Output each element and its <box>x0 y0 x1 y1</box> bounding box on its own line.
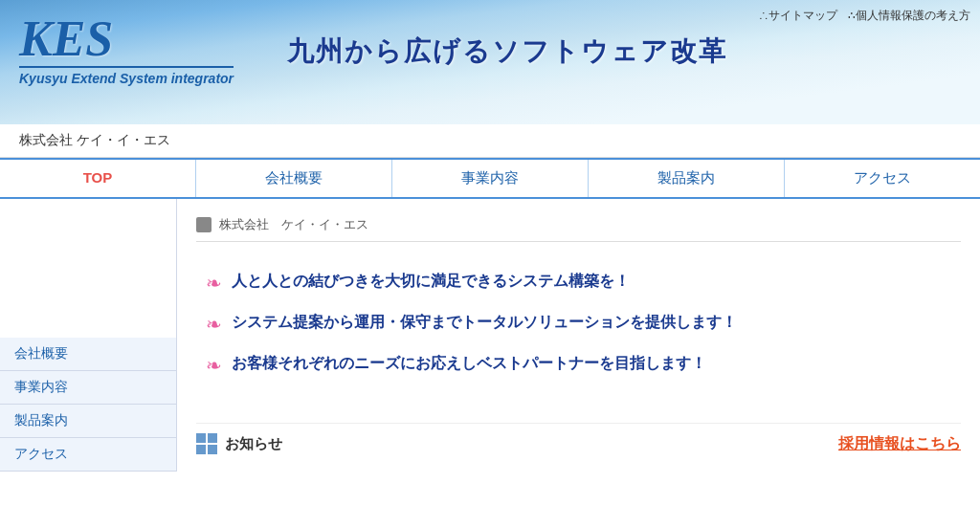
sidebar: 会社概要 事業内容 製品案内 アクセス <box>0 199 177 472</box>
notice-label: お知らせ <box>225 435 282 453</box>
header: KES Kyusyu Extend System integrator 九州から… <box>0 0 980 124</box>
breadcrumb: 株式会社 ケイ・イ・エス <box>196 209 961 242</box>
breadcrumb-icon <box>196 217 212 232</box>
arrow-icon-3: ❧ <box>206 354 222 377</box>
message-list: ❧ 人と人との結びつきを大切に満足できるシステム構築を！ ❧ システム提案から運… <box>196 261 961 404</box>
nav-company[interactable]: 会社概要 <box>196 160 392 197</box>
message-text-1: 人と人との結びつきを大切に満足できるシステム構築を！ <box>232 271 630 292</box>
sidebar-item-company[interactable]: 会社概要 <box>0 338 176 371</box>
privacy-link[interactable]: ∴個人情報保護の考え方 <box>848 9 970 22</box>
notice-left: お知らせ <box>196 433 282 454</box>
company-name: 株式会社 ケイ・イ・エス <box>19 132 170 147</box>
svg-rect-3 <box>208 445 217 454</box>
svg-rect-1 <box>208 433 217 443</box>
logo-kes: KES <box>19 14 234 64</box>
breadcrumb-text: 株式会社 ケイ・イ・エス <box>219 216 368 233</box>
logo-subtitle: Kyusyu Extend System integrator <box>19 66 234 86</box>
tagline: 九州から広げるソフトウェア改革 <box>287 33 727 70</box>
arrow-icon-1: ❧ <box>206 272 222 295</box>
sidebar-item-access[interactable]: アクセス <box>0 438 176 472</box>
nav-products[interactable]: 製品案内 <box>589 160 785 197</box>
svg-rect-0 <box>196 433 206 443</box>
nav-top[interactable]: TOP <box>0 160 196 197</box>
sidebar-item-products[interactable]: 製品案内 <box>0 405 176 438</box>
svg-rect-2 <box>196 445 206 454</box>
message-item-2: ❧ システム提案から運用・保守までトータルソリューションを提供します！ <box>196 312 961 336</box>
arrow-icon-2: ❧ <box>206 313 222 336</box>
nav-bar: TOP 会社概要 事業内容 製品案内 アクセス <box>0 158 980 199</box>
nav-business[interactable]: 事業内容 <box>392 160 589 197</box>
sidebar-item-business[interactable]: 事業内容 <box>0 371 176 405</box>
logo-container: KES Kyusyu Extend System integrator <box>19 14 234 86</box>
header-nav-links: ∴サイトマップ ∴個人情報保護の考え方 <box>751 8 970 24</box>
sitemap-link[interactable]: ∴サイトマップ <box>759 9 837 22</box>
company-bar: 株式会社 ケイ・イ・エス <box>0 124 980 158</box>
message-item-3: ❧ お客様それぞれのニーズにお応えしベストパートナーを目指します！ <box>196 353 961 377</box>
message-item-1: ❧ 人と人との結びつきを大切に満足できるシステム構築を！ <box>196 271 961 295</box>
content-area: 株式会社 ケイ・イ・エス ❧ 人と人との結びつきを大切に満足できるシステム構築を… <box>177 199 980 472</box>
message-text-2: システム提案から運用・保守までトータルソリューションを提供します！ <box>232 312 737 333</box>
nav-access[interactable]: アクセス <box>785 160 980 197</box>
notice-section: お知らせ 採用情報はこちら <box>196 423 961 454</box>
notice-icon <box>196 433 217 454</box>
main-layout: 会社概要 事業内容 製品案内 アクセス 株式会社 ケイ・イ・エス ❧ 人と人との… <box>0 199 980 472</box>
recruitment-link[interactable]: 採用情報はこちら <box>838 434 961 454</box>
message-text-3: お客様それぞれのニーズにお応えしベストパートナーを目指します！ <box>232 353 706 374</box>
